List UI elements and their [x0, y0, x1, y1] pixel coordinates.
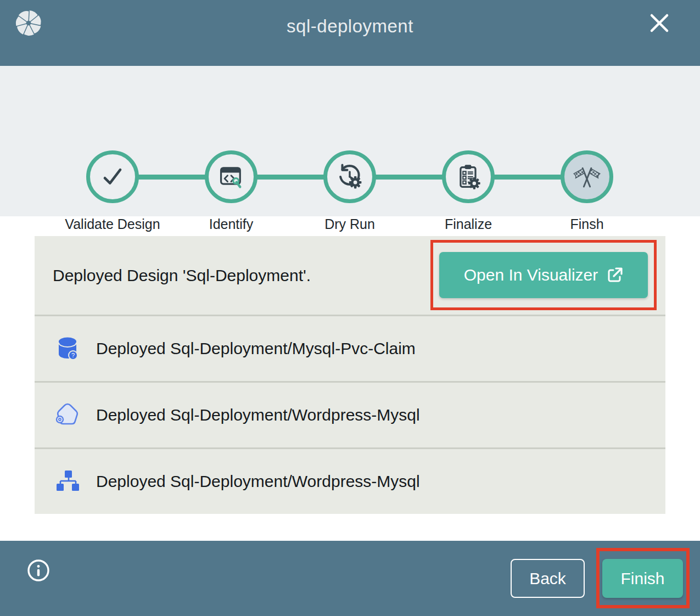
- open-in-visualizer-label: Open In Visualizer: [464, 266, 598, 284]
- step-validate-design[interactable]: Validate Design: [53, 150, 172, 235]
- step-label: Finsh: [528, 213, 646, 235]
- checkered-flags-icon: [561, 150, 613, 203]
- deployment-stepper: Validate Design Identify Environments: [0, 66, 700, 216]
- deployed-item-text: Deployed Sql-Deployment/Wordpress-Mysql: [96, 406, 420, 424]
- pentagon-icon: [54, 401, 81, 429]
- svg-text:?: ?: [71, 352, 75, 359]
- info-icon[interactable]: [27, 559, 50, 582]
- checkmark-icon: [86, 150, 139, 203]
- deployed-item-row: Deployed Sql-Deployment/Wordpress-Mysql: [35, 381, 665, 447]
- finish-button[interactable]: Finish: [602, 559, 683, 598]
- back-button[interactable]: Back: [511, 559, 585, 598]
- modal-header: sql-deployment: [0, 0, 700, 66]
- modal-title: sql-deployment: [0, 0, 700, 52]
- meshery-logo-icon: [14, 9, 43, 37]
- deployed-item-row: ? Deployed Sql-Deployment/Mysql-Pvc-Clai…: [35, 315, 665, 381]
- deployed-item-text: Deployed Sql-Deployment/Wordpress-Mysql: [96, 472, 420, 491]
- step-label: Validate Design: [53, 213, 172, 235]
- clipboard-gear-icon: [442, 150, 495, 203]
- deployment-results-list: Deployed Design 'Sql-Deployment'. Open I…: [35, 236, 665, 514]
- step-dry-run[interactable]: Dry Run: [290, 150, 409, 235]
- design-result-row: Deployed Design 'Sql-Deployment'. Open I…: [35, 236, 665, 315]
- sync-gear-icon: [323, 150, 376, 203]
- deployment-modal: sql-deployment: [0, 0, 700, 616]
- highlight-box-visualizer: Open In Visualizer: [430, 240, 657, 310]
- modal-footer: Back Finish: [0, 541, 700, 616]
- deployed-item-text: Deployed Sql-Deployment/Mysql-Pvc-Claim: [96, 339, 416, 358]
- code-window-wrench-icon: [205, 150, 257, 203]
- design-result-text: Deployed Design 'Sql-Deployment'.: [53, 236, 311, 315]
- highlight-box-finish: Finish: [596, 548, 690, 608]
- external-link-icon: [607, 267, 623, 283]
- hierarchy-icon: [54, 468, 81, 495]
- open-in-visualizer-button[interactable]: Open In Visualizer: [439, 252, 648, 298]
- close-icon[interactable]: [647, 11, 671, 35]
- database-icon: ?: [54, 335, 81, 362]
- step-finish[interactable]: Finsh: [528, 150, 646, 235]
- step-label: Dry Run: [290, 213, 409, 235]
- deployed-item-row: Deployed Sql-Deployment/Wordpress-Mysql: [35, 447, 665, 514]
